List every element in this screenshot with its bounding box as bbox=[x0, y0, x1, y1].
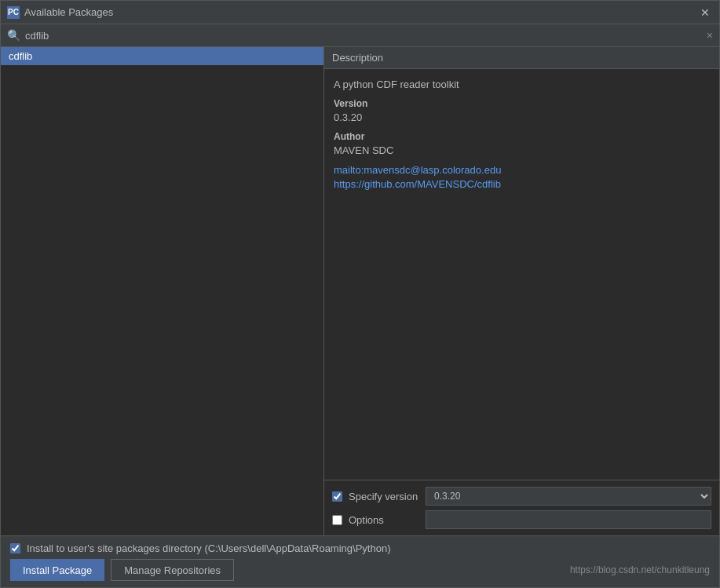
window-title: Available Packages bbox=[24, 6, 697, 18]
install-to-label: Install to user's site packages director… bbox=[27, 542, 390, 554]
author-value: MAVEN SDC bbox=[334, 144, 710, 156]
github-link[interactable]: https://github.com/MAVENSDC/cdflib bbox=[334, 178, 710, 190]
options-checkbox[interactable] bbox=[332, 515, 342, 525]
install-to-checkbox[interactable] bbox=[10, 543, 20, 553]
options-label: Options bbox=[349, 514, 419, 526]
clear-search-button[interactable]: × bbox=[707, 29, 713, 42]
close-button[interactable]: ✕ bbox=[697, 5, 713, 20]
description-header: Description bbox=[324, 47, 719, 69]
package-list: cdflib bbox=[1, 47, 324, 535]
options-row: Options bbox=[332, 510, 711, 529]
description-panel: Description A python CDF reader toolkit … bbox=[324, 47, 719, 535]
footer: Install to user's site packages director… bbox=[1, 535, 719, 587]
version-label: Version bbox=[334, 98, 710, 109]
author-label: Author bbox=[334, 131, 710, 142]
search-input[interactable] bbox=[25, 30, 702, 42]
manage-repositories-button[interactable]: Manage Repositories bbox=[111, 559, 234, 581]
version-select[interactable]: 0.3.20 bbox=[426, 487, 711, 506]
app-icon: PC bbox=[7, 6, 20, 19]
email-link[interactable]: mailto:mavensdc@lasp.colorado.edu bbox=[334, 164, 710, 176]
install-to-row: Install to user's site packages director… bbox=[10, 542, 710, 554]
package-summary: A python CDF reader toolkit bbox=[334, 79, 710, 90]
version-value: 0.3.20 bbox=[334, 111, 710, 123]
search-bar: 🔍 × bbox=[1, 24, 719, 47]
options-input[interactable] bbox=[426, 510, 711, 529]
status-url: https://blog.csdn.net/chunkitleung bbox=[570, 564, 710, 575]
available-packages-window: PC Available Packages ✕ 🔍 × cdflib Descr… bbox=[0, 0, 720, 588]
install-package-button[interactable]: Install Package bbox=[10, 559, 104, 581]
specify-version-row: Specify version 0.3.20 bbox=[332, 487, 711, 506]
description-content: A python CDF reader toolkit Version 0.3.… bbox=[324, 69, 719, 480]
buttons-row: Install Package Manage Repositories http… bbox=[10, 559, 710, 581]
title-bar: PC Available Packages ✕ bbox=[1, 1, 719, 24]
main-content: cdflib Description A python CDF reader t… bbox=[1, 47, 719, 535]
search-icon: 🔍 bbox=[7, 29, 20, 42]
specify-version-label: Specify version bbox=[349, 491, 419, 502]
bottom-options: Specify version 0.3.20 Options bbox=[324, 480, 719, 535]
list-item[interactable]: cdflib bbox=[1, 47, 323, 65]
specify-version-checkbox[interactable] bbox=[332, 491, 342, 502]
